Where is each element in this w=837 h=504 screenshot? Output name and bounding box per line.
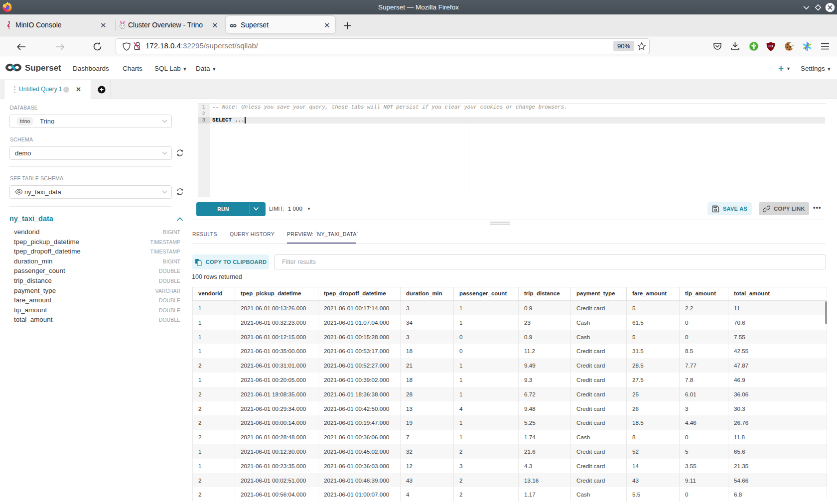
svg-text:uO: uO: [768, 44, 773, 48]
